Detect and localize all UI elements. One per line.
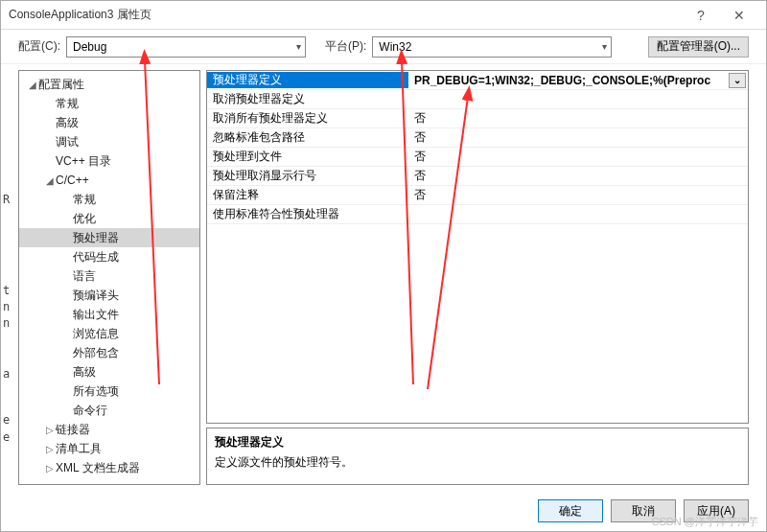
tree-item-label: XML 文档生成器: [56, 460, 140, 476]
footer: 确定 取消 应用(A): [1, 491, 766, 531]
category-tree[interactable]: ◢配置属性常规高级调试VC++ 目录◢C/C++常规优化预处理器代码生成语言预编…: [18, 70, 200, 485]
platform-combo[interactable]: Win32 ▾: [372, 36, 612, 58]
help-button[interactable]: ?: [682, 8, 720, 23]
ghost-char: R: [3, 193, 10, 206]
property-name: 预处理器定义: [207, 72, 408, 88]
chevron-down-icon: ▾: [296, 41, 301, 52]
property-name: 预处理到文件: [207, 149, 408, 165]
tree-item[interactable]: ▷链接器: [19, 420, 199, 439]
property-value[interactable]: 否: [408, 149, 748, 165]
chevron-down-icon: ▾: [602, 41, 607, 52]
tree-item-label: C/C++: [56, 173, 89, 187]
cancel-button[interactable]: 取消: [611, 499, 676, 522]
tree-item[interactable]: ◢配置属性: [19, 75, 199, 94]
tree-item[interactable]: ◢C/C++: [19, 171, 199, 190]
tree-collapsed-icon[interactable]: ▷: [44, 425, 56, 435]
ok-button[interactable]: 确定: [538, 499, 603, 522]
tree-item[interactable]: 常规: [19, 94, 199, 113]
tree-item[interactable]: 优化: [19, 209, 199, 228]
grid-row[interactable]: 预处理取消显示行号否: [207, 167, 748, 186]
grid-row[interactable]: 取消所有预处理器定义否: [207, 109, 748, 128]
tree-collapsed-icon[interactable]: ▷: [44, 463, 56, 474]
tree-expanded-icon[interactable]: ◢: [27, 80, 38, 90]
tree-item-label: 常规: [56, 96, 79, 112]
property-value[interactable]: PR_DEBUG=1;WIN32;_DEBUG;_CONSOLE;%(Prepr…: [408, 73, 748, 88]
tree-item[interactable]: 高级: [19, 113, 199, 132]
tree-item[interactable]: 调试: [19, 132, 199, 151]
close-button[interactable]: ✕: [720, 8, 758, 23]
tree-item[interactable]: 高级: [19, 362, 199, 382]
tree-item-label: 预编译头: [73, 288, 119, 304]
tree-item[interactable]: 常规: [19, 190, 199, 209]
tree-item[interactable]: 命令行: [19, 401, 199, 420]
window-title: ConsoleApplication3 属性页: [9, 7, 682, 23]
tree-item[interactable]: 输出文件: [19, 305, 199, 324]
tree-collapsed-icon[interactable]: ▷: [44, 444, 56, 454]
config-label: 配置(C):: [18, 38, 60, 55]
ghost-char: n: [3, 300, 10, 313]
tree-item-label: 清单工具: [56, 441, 102, 457]
body: ◢配置属性常规高级调试VC++ 目录◢C/C++常规优化预处理器代码生成语言预编…: [1, 64, 766, 491]
grid-row[interactable]: 预处理到文件否: [207, 148, 748, 167]
grid-row[interactable]: 取消预处理器定义: [207, 90, 748, 109]
property-name: 取消预处理器定义: [207, 91, 408, 107]
tree-item[interactable]: 语言: [19, 266, 199, 286]
tree-item[interactable]: 所有选项: [19, 382, 199, 401]
titlebar: ConsoleApplication3 属性页 ? ✕: [1, 1, 766, 30]
property-name: 使用标准符合性预处理器: [207, 206, 408, 222]
tree-item-label: 命令行: [73, 403, 107, 419]
tree-item[interactable]: 预编译头: [19, 286, 199, 305]
property-grid[interactable]: 预处理器定义PR_DEBUG=1;WIN32;_DEBUG;_CONSOLE;%…: [206, 70, 749, 424]
tree-item-label: 优化: [73, 211, 96, 227]
tree-item-label: 常规: [73, 192, 96, 208]
grid-row[interactable]: 保留注释否: [207, 186, 748, 205]
ghost-char: e: [3, 413, 10, 427]
property-name: 保留注释: [207, 187, 408, 203]
tree-item[interactable]: VC++ 目录: [19, 151, 199, 171]
tree-item-label: 调试: [56, 134, 79, 150]
property-value[interactable]: 否: [408, 129, 748, 146]
property-value[interactable]: 否: [408, 187, 748, 203]
tree-item-label: 高级: [56, 115, 79, 131]
tree-item[interactable]: 外部包含: [19, 343, 199, 362]
property-name: 取消所有预处理器定义: [207, 110, 408, 127]
description-header: 预处理器定义: [215, 434, 740, 451]
grid-row[interactable]: 忽略标准包含路径否: [207, 128, 748, 148]
tree-item-label: 所有选项: [73, 383, 119, 400]
tree-item-label: 链接器: [56, 422, 90, 438]
tree-item-label: 预处理器: [73, 230, 119, 246]
tree-expanded-icon[interactable]: ◢: [44, 175, 56, 186]
platform-label: 平台(P):: [325, 38, 366, 55]
config-row: 配置(C): Debug ▾ 平台(P): Win32 ▾ 配置管理器(O)..…: [1, 30, 766, 64]
tree-item[interactable]: ▷清单工具: [19, 439, 199, 458]
ghost-char: e: [3, 430, 10, 444]
tree-item-label: VC++ 目录: [56, 153, 111, 170]
property-page-window: ConsoleApplication3 属性页 ? ✕ 配置(C): Debug…: [0, 0, 767, 532]
tree-item[interactable]: ▷XML 文档生成器: [19, 458, 199, 477]
tree-item-label: 浏览信息: [73, 326, 119, 342]
right-pane: 预处理器定义PR_DEBUG=1;WIN32;_DEBUG;_CONSOLE;%…: [206, 70, 749, 485]
description-panel: 预处理器定义 定义源文件的预处理符号。: [206, 428, 749, 485]
dropdown-icon[interactable]: ⌄: [729, 73, 746, 88]
ghost-char: n: [3, 316, 10, 330]
property-name: 忽略标准包含路径: [207, 129, 408, 146]
config-value: Debug: [73, 40, 106, 54]
tree-item-label: 代码生成: [73, 249, 119, 266]
tree-item-label: 输出文件: [73, 307, 119, 323]
platform-value: Win32: [379, 40, 411, 54]
tree-item-label: 高级: [73, 364, 96, 381]
apply-button[interactable]: 应用(A): [684, 499, 749, 522]
config-manager-button[interactable]: 配置管理器(O)...: [648, 36, 749, 58]
ghost-char: t: [3, 284, 10, 297]
tree-item-label: 配置属性: [38, 77, 84, 93]
grid-row[interactable]: 使用标准符合性预处理器: [207, 205, 748, 224]
property-value[interactable]: 否: [408, 110, 748, 127]
description-body: 定义源文件的预处理符号。: [215, 454, 740, 471]
grid-row[interactable]: 预处理器定义PR_DEBUG=1;WIN32;_DEBUG;_CONSOLE;%…: [207, 71, 748, 90]
tree-item[interactable]: 浏览信息: [19, 324, 199, 343]
tree-item-label: 外部包含: [73, 345, 119, 361]
config-combo[interactable]: Debug ▾: [66, 36, 306, 58]
tree-item[interactable]: 代码生成: [19, 247, 199, 266]
property-value[interactable]: 否: [408, 168, 748, 184]
tree-item[interactable]: 预处理器: [19, 228, 199, 247]
